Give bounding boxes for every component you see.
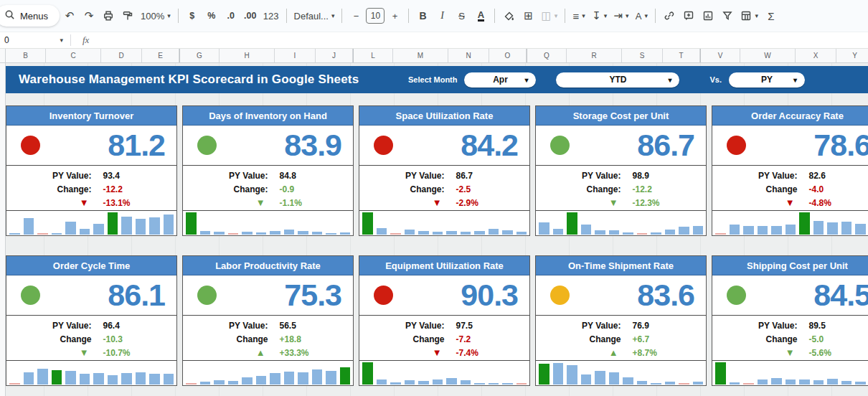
fill-color-icon[interactable] bbox=[499, 6, 518, 25]
column-header-B[interactable]: B bbox=[6, 49, 46, 62]
py-value: 86.7 bbox=[445, 171, 530, 181]
more-formats-button[interactable]: 123 bbox=[260, 6, 282, 25]
column-header-T[interactable]: T bbox=[663, 49, 700, 62]
sparkline-bar bbox=[242, 232, 253, 235]
vertical-align-button[interactable]: ↧▾ bbox=[589, 6, 610, 25]
kpi-sparkline bbox=[6, 361, 176, 385]
table-view-button[interactable]: ▾ bbox=[737, 6, 761, 25]
kpi-card: On-Time Shipment Rate 83.6 PY Value: 76.… bbox=[535, 255, 707, 386]
font-family-select[interactable]: Defaul...▾ bbox=[291, 6, 338, 25]
column-header-G[interactable]: G bbox=[179, 49, 220, 62]
chevron-down-icon: ▾ bbox=[793, 76, 797, 84]
align-left-icon: ≡ bbox=[573, 10, 580, 22]
kpi-card-title: Order Cycle Time bbox=[6, 256, 176, 275]
sparkline-bar bbox=[24, 218, 34, 235]
kpi-card: Shipping Cost per Unit 84.5 PY Value: 89… bbox=[712, 255, 868, 386]
spreadsheet-grid[interactable]: Warehouse Management KPI Scorecard in Go… bbox=[0, 63, 868, 396]
status-indicator-dot bbox=[197, 136, 217, 155]
menus-button[interactable]: Menus bbox=[0, 5, 60, 27]
sparkline-bar bbox=[651, 383, 661, 385]
text-rotation-button[interactable]: A▾ bbox=[632, 6, 651, 25]
insert-chart-icon[interactable] bbox=[699, 6, 717, 25]
column-header-H[interactable]: H bbox=[220, 49, 275, 62]
trend-percent: -13.1% bbox=[92, 198, 177, 208]
redo-icon[interactable]: ↷ bbox=[80, 6, 98, 25]
column-header-E[interactable]: E bbox=[142, 49, 179, 62]
column-header-N[interactable]: N bbox=[448, 49, 489, 62]
zoom-select[interactable]: 100%▾ bbox=[138, 6, 174, 25]
trend-percent: +8.7% bbox=[621, 348, 707, 358]
sparkline-bar bbox=[242, 377, 253, 385]
sparkline-bar bbox=[284, 372, 295, 385]
text-color-button[interactable]: A bbox=[478, 10, 484, 22]
row-header-corner[interactable] bbox=[0, 49, 6, 62]
horizontal-align-button[interactable]: ≡▾ bbox=[570, 6, 588, 25]
kpi-card-title: On-Time Shipment Rate bbox=[536, 256, 706, 275]
sparkline-bar bbox=[377, 228, 387, 235]
sparkline-bar bbox=[52, 233, 62, 235]
column-header-X[interactable]: X bbox=[796, 49, 836, 62]
sparkline-bar bbox=[771, 226, 782, 235]
period-dropdown[interactable]: YTD ▾ bbox=[556, 72, 679, 88]
kpi-value-row: 86.7 bbox=[536, 126, 706, 166]
increase-font-size-button[interactable]: + bbox=[385, 6, 404, 25]
sparkline-bar bbox=[108, 212, 118, 235]
column-header-M[interactable]: M bbox=[393, 49, 448, 62]
text-wrap-button[interactable]: ⇥▾ bbox=[610, 6, 631, 25]
borders-icon[interactable]: ⊞ bbox=[519, 6, 537, 25]
insert-comment-icon[interactable] bbox=[679, 6, 698, 25]
column-header-I[interactable]: I bbox=[275, 49, 316, 62]
trend-arrow-icon: ▲ bbox=[183, 348, 268, 357]
italic-button[interactable]: I bbox=[433, 6, 451, 25]
formula-bar: 0 ▾ fx bbox=[0, 32, 868, 49]
column-header-J[interactable]: J bbox=[316, 49, 353, 62]
format-currency-button[interactable]: $ bbox=[183, 6, 202, 25]
name-box[interactable]: 0 ▾ bbox=[0, 32, 70, 48]
toolbar-divider bbox=[178, 9, 179, 23]
column-header-W[interactable]: W bbox=[740, 49, 796, 62]
change-value: +6.7 bbox=[621, 334, 707, 344]
print-icon[interactable] bbox=[99, 6, 118, 25]
sparkline-bar bbox=[715, 233, 726, 235]
sparkline-bar bbox=[433, 232, 443, 235]
column-header-O[interactable]: O bbox=[489, 49, 527, 62]
trend-percent: -10.7% bbox=[92, 348, 177, 358]
py-value: 89.5 bbox=[798, 321, 868, 331]
month-dropdown[interactable]: Apr ▾ bbox=[464, 72, 536, 88]
status-indicator-dot bbox=[727, 136, 746, 155]
formula-input[interactable] bbox=[89, 32, 868, 48]
format-percent-button[interactable]: % bbox=[202, 6, 221, 25]
create-filter-icon[interactable] bbox=[718, 6, 737, 25]
change-value: -0.9 bbox=[268, 184, 354, 194]
trend-percent: -5.6% bbox=[798, 348, 868, 358]
paint-format-icon[interactable] bbox=[118, 6, 137, 25]
column-header-S[interactable]: S bbox=[622, 49, 663, 62]
kpi-value: 86.7 bbox=[637, 130, 706, 161]
insert-link-icon[interactable] bbox=[660, 6, 679, 25]
bold-button[interactable]: B bbox=[413, 6, 432, 25]
trend-percent: -1.1% bbox=[268, 198, 354, 208]
merge-cells-button[interactable]: ◫▾ bbox=[538, 6, 560, 25]
increase-decimals-button[interactable]: .00 bbox=[241, 6, 260, 25]
column-header-Q[interactable]: Q bbox=[527, 49, 567, 62]
functions-sum-button[interactable]: Σ bbox=[762, 6, 780, 25]
compare-dropdown[interactable]: PY ▾ bbox=[729, 72, 805, 88]
column-header-D[interactable]: D bbox=[101, 49, 142, 62]
sparkline-bar bbox=[270, 373, 280, 385]
sparkline-bar bbox=[326, 233, 336, 235]
sparkline-bar bbox=[390, 233, 401, 235]
column-header-L[interactable]: L bbox=[353, 49, 393, 62]
decrease-font-size-button[interactable]: − bbox=[346, 6, 365, 25]
sparkline-bar bbox=[489, 229, 499, 235]
column-header-C[interactable]: C bbox=[46, 49, 101, 62]
column-header-V[interactable]: V bbox=[700, 49, 740, 62]
column-header-R[interactable]: R bbox=[567, 49, 622, 62]
kpi-sparkline bbox=[712, 211, 868, 235]
decrease-decimals-button[interactable]: .0 bbox=[222, 6, 240, 25]
font-size-input[interactable]: 10 bbox=[366, 8, 385, 24]
column-header-Y[interactable]: Y bbox=[836, 49, 868, 62]
undo-icon[interactable]: ↶ bbox=[60, 6, 79, 25]
change-value: -10.3 bbox=[92, 334, 177, 344]
strikethrough-button[interactable]: S bbox=[452, 6, 471, 25]
sparkline-bar bbox=[841, 222, 852, 235]
